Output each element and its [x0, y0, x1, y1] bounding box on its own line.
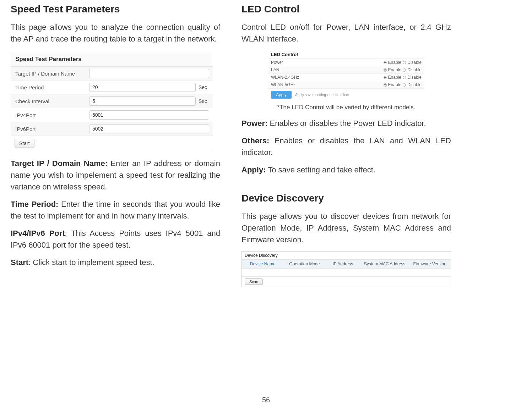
led-note: *The LED Control will be varied by diffe…	[241, 104, 451, 111]
label-disable: Disable	[407, 82, 422, 87]
input-time-period[interactable]	[89, 83, 196, 92]
label-target-ip: Target IP / Domain Name	[11, 68, 89, 79]
scan-button[interactable]: Scan	[245, 278, 263, 285]
dd-col-device-name: Device Name	[242, 260, 284, 268]
para-port: IPv4/IPv6 Port: This Access Points uses …	[11, 227, 220, 251]
dd-col-mac-address: System MAC Address	[360, 260, 409, 268]
start-button[interactable]: Start	[15, 139, 34, 148]
label-disable: Disable	[407, 60, 422, 65]
dd-col-operation-mode: Operation Mode	[284, 260, 326, 268]
radio-lan-disable[interactable]	[403, 68, 406, 72]
led-row-wlan5: WLAN-5GHz Enable Disable	[268, 81, 424, 89]
label-enable: Enable	[388, 60, 401, 65]
led-row-lan: LAN Enable Disable	[268, 66, 424, 74]
para-target: Target IP / Domain Name: Enter an IP add…	[11, 158, 220, 193]
label-check-interval: Check Interval	[11, 95, 89, 107]
device-discovery-panel: Device Discovery Device Name Operation M…	[241, 251, 451, 287]
heading-speed-test: Speed Test Parameters	[11, 4, 220, 15]
para-time: Time Period: Enter the time in seconds t…	[11, 198, 220, 222]
row-time-period: Time Period Sec	[11, 81, 213, 94]
input-check-interval[interactable]	[89, 96, 196, 106]
led-panel-title: LED Control	[268, 50, 424, 59]
led-name-wlan5: WLAN-5GHz	[271, 82, 384, 87]
unit-check-interval: Sec	[199, 98, 209, 104]
led-name-wlan24: WLAN-2.4GHz	[271, 75, 384, 80]
led-name-lan: LAN	[271, 67, 384, 72]
led-control-panel: LED Control Power Enable Disable LAN Ena…	[268, 50, 424, 101]
radio-power-enable[interactable]	[384, 61, 387, 64]
apply-button[interactable]: Apply	[271, 91, 292, 99]
row-target-ip: Target IP / Domain Name	[11, 67, 213, 81]
led-row-wlan24: WLAN-2.4GHz Enable Disable	[268, 74, 424, 81]
row-ipv4-port: IPv4Port	[11, 108, 213, 122]
label-enable: Enable	[388, 75, 401, 80]
radio-lan-enable[interactable]	[384, 68, 387, 72]
row-ipv6-port: IPv6Port	[11, 122, 213, 136]
label-enable: Enable	[388, 67, 401, 72]
para-others: Others: Enables or disables the LAN and …	[241, 135, 451, 158]
dd-col-firmware: Firmware Version	[409, 260, 451, 268]
unit-time-period: Sec	[199, 84, 209, 90]
radio-wlan5-disable[interactable]	[403, 83, 406, 87]
radio-power-disable[interactable]	[403, 61, 406, 64]
speed-test-panel-title: Speed Test Parameters	[11, 52, 213, 67]
para-start: Start: Click start to implement speed te…	[11, 256, 220, 268]
label-ipv6-port: IPv6Port	[11, 123, 89, 135]
para-power: Power: Enables or disables the Power LED…	[241, 117, 451, 129]
page-number: 56	[0, 396, 532, 404]
speed-test-panel: Speed Test Parameters Target IP / Domain…	[11, 52, 213, 151]
radio-wlan5-enable[interactable]	[384, 83, 387, 87]
label-disable: Disable	[407, 67, 422, 72]
radio-wlan24-enable[interactable]	[384, 76, 387, 79]
input-ipv6-port[interactable]	[89, 124, 209, 133]
dd-table-header: Device Name Operation Mode IP Address Sy…	[242, 260, 451, 269]
radio-wlan24-disable[interactable]	[403, 76, 406, 79]
led-row-power: Power Enable Disable	[268, 59, 424, 66]
para-apply: Apply: To save setting and take effect.	[241, 164, 451, 176]
left-column: Speed Test Parameters This page allows y…	[11, 4, 220, 287]
intro-speed-test: This page allows you to analyze the conn…	[11, 21, 220, 45]
input-target-ip[interactable]	[89, 69, 209, 78]
heading-device-discovery: Device Discovery	[241, 193, 451, 204]
apply-hint: Apply saved settings to take effect	[295, 93, 349, 97]
right-column: LED Control Control LED on/off for Power…	[241, 4, 451, 287]
input-ipv4-port[interactable]	[89, 110, 209, 120]
heading-led-control: LED Control	[241, 4, 451, 15]
intro-device-discovery: This page allows you to discover devices…	[241, 210, 451, 245]
label-enable: Enable	[388, 82, 401, 87]
dd-panel-title: Device Discovery	[242, 252, 451, 260]
dd-col-ip-address: IP Address	[325, 260, 360, 268]
label-disable: Disable	[407, 75, 422, 80]
label-ipv4-port: IPv4Port	[11, 109, 89, 121]
label-time-period: Time Period	[11, 82, 89, 93]
led-name-power: Power	[271, 60, 384, 65]
dd-table-body	[242, 269, 451, 276]
row-check-interval: Check Interval Sec	[11, 94, 213, 108]
intro-led: Control LED on/off for Power, LAN interf…	[241, 21, 451, 45]
